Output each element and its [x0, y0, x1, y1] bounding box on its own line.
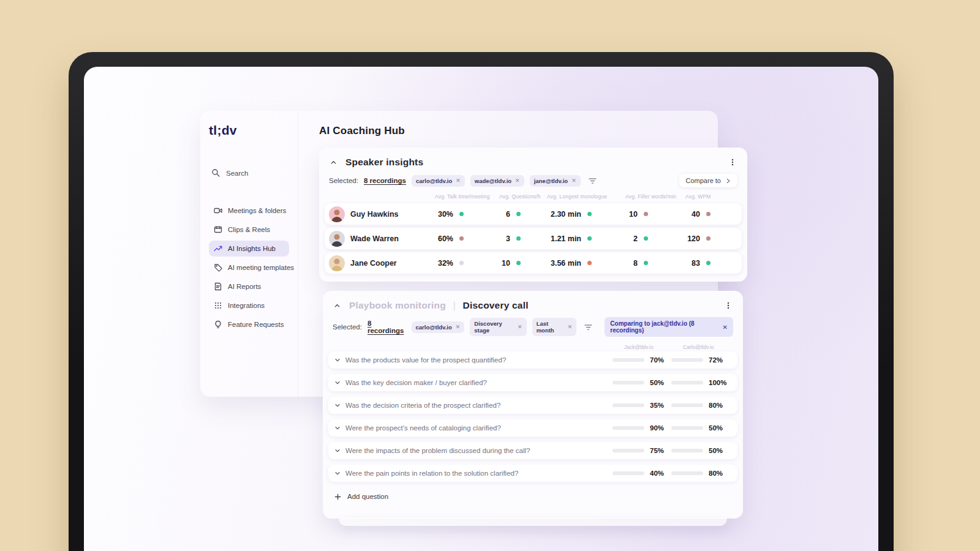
question-text: Was the key decision maker / buyer clari…: [345, 379, 612, 386]
question-row[interactable]: Was the key decision maker / buyer clari…: [328, 374, 737, 391]
filter-chip-carlo[interactable]: carlo@tldv.io ✕: [412, 175, 465, 187]
selected-recordings-link[interactable]: 8 recordings: [368, 320, 406, 334]
playbook-title: Discovery call: [463, 300, 529, 311]
close-icon[interactable]: ✕: [518, 324, 522, 330]
question-row[interactable]: Were the pain points in relation to the …: [328, 465, 737, 482]
sidebar-item-ai-insights-hub[interactable]: AI Insights Hub: [209, 241, 289, 257]
collapse-chevron-up-icon[interactable]: [329, 158, 338, 167]
metric-value: 30%: [435, 210, 453, 219]
sidebar-item-label: Meetings & folders: [228, 207, 286, 214]
bar-group: 40%: [612, 470, 671, 477]
sidebar-item-clips[interactable]: Clips & Reels: [209, 222, 289, 238]
chip-label: wade@tldv.io: [475, 178, 511, 184]
percent-value: 72%: [709, 356, 727, 364]
sidebar-item-meetings[interactable]: Meetings & folders: [209, 203, 289, 219]
clapperboard-icon: [214, 225, 222, 234]
bar-group: 35%: [612, 402, 671, 409]
sidebar-item-label: AI meeting templates: [228, 264, 294, 271]
bar-group: 80%: [671, 470, 730, 477]
progress-bar: [612, 426, 644, 430]
percent-value: 50%: [709, 424, 727, 432]
compare-to-label: Compare to: [686, 177, 721, 184]
sidebar-item-integrations[interactable]: Integrations: [209, 298, 289, 313]
metric-value: 2: [625, 234, 638, 243]
sidebar-item-ai-meeting-templates[interactable]: AI meeting templates: [209, 260, 289, 276]
status-dot: [587, 212, 592, 216]
avatar: [329, 231, 345, 247]
progress-bar: [612, 381, 644, 384]
status-dot: [516, 212, 521, 216]
comparing-chip[interactable]: Comparing to jack@tldv.io (8 recordings)…: [605, 317, 733, 337]
chevron-down-icon: [334, 402, 341, 408]
chevron-down-icon: [334, 357, 341, 363]
sidebar-item-feature-requests[interactable]: Feature Requests: [209, 317, 289, 332]
column-header: Avg. Longest monologue: [547, 193, 625, 203]
filter-chip-wade[interactable]: wade@tldv.io ✕: [470, 175, 524, 187]
percent-value: 100%: [709, 379, 727, 386]
close-icon[interactable]: ✕: [515, 178, 520, 184]
percent-value: 50%: [709, 447, 727, 454]
table-row[interactable]: Guy Hawkins 30% 6 2.30 min 10 40: [325, 203, 742, 225]
chevron-down-icon: [334, 448, 341, 454]
selected-recordings-link[interactable]: 8 recordings: [364, 177, 406, 184]
sidebar-item-label: AI Insights Hub: [228, 245, 276, 252]
compare-to-button[interactable]: Compare to: [679, 174, 737, 187]
sidebar-nav: Meetings & folders Clips & Reels AI Insi…: [209, 203, 289, 332]
question-row[interactable]: Were the impacts of the problem discusse…: [328, 442, 737, 459]
search-button[interactable]: Search: [209, 166, 289, 181]
speaker-insights-title: Speaker insights: [345, 157, 423, 168]
close-icon[interactable]: ✕: [456, 324, 461, 330]
kebab-menu-icon[interactable]: [728, 157, 737, 168]
percent-value: 80%: [709, 402, 727, 409]
add-question-label: Add question: [347, 493, 388, 500]
status-dot: [644, 236, 648, 241]
progress-bar: [612, 403, 644, 407]
add-question-button[interactable]: Add question: [328, 490, 737, 503]
percent-value: 40%: [650, 470, 668, 477]
question-row[interactable]: Was the products value for the prospect …: [328, 351, 737, 369]
playbook-header: Playbook monitoring | Discovery call: [323, 291, 743, 315]
filter-funnel-icon[interactable]: [587, 176, 598, 186]
comparison-column-labels: Jack@tldv.io Carlo@tldv.io: [323, 337, 743, 351]
question-row[interactable]: Were the prospect's needs of cataloging …: [328, 419, 737, 437]
avatar: [329, 206, 345, 222]
metric-value: 10: [499, 259, 510, 268]
question-row[interactable]: Was the decision criteria of the prospec…: [328, 397, 737, 414]
selected-label: Selected:: [329, 177, 358, 184]
filter-chip-discovery-stage[interactable]: Discovery stage ✕: [470, 318, 526, 336]
sidebar-item-ai-reports[interactable]: AI Reports: [209, 279, 289, 294]
speaker-filter-row: Selected: 8 recordings carlo@tldv.io ✕ w…: [319, 171, 747, 187]
chevron-down-icon: [334, 380, 341, 386]
metric-value: 10: [625, 210, 638, 219]
playbook-title-muted: Playbook monitoring: [349, 300, 446, 311]
status-dot: [459, 261, 464, 265]
progress-bar: [671, 426, 703, 430]
kebab-menu-icon[interactable]: [723, 300, 733, 311]
comparison-column: Carlo@tldv.io: [683, 344, 733, 350]
filter-chip-last-month[interactable]: Last month ✕: [532, 318, 577, 336]
video-camera-icon: [214, 206, 222, 215]
grid-dots-icon: [214, 301, 222, 310]
close-icon[interactable]: ✕: [568, 324, 573, 330]
table-row[interactable]: Jane Cooper 32% 10 3.56 min 8 83: [325, 252, 742, 274]
filter-chip-jane[interactable]: jane@tldv.io ✕: [530, 175, 581, 187]
progress-bar: [612, 471, 644, 475]
filter-chip-carlo[interactable]: carlo@tldv.io ✕: [412, 321, 465, 333]
close-icon[interactable]: ✕: [723, 324, 728, 331]
collapse-chevron-up-icon[interactable]: [333, 301, 342, 310]
close-icon[interactable]: ✕: [456, 178, 461, 184]
bar-group: 100%: [671, 379, 730, 386]
playbook-monitoring-card: Playbook monitoring | Discovery call Sel…: [323, 291, 743, 519]
close-icon[interactable]: ✕: [571, 178, 576, 184]
status-dot: [587, 261, 592, 265]
table-row[interactable]: Wade Warren 60% 3 1.21 min 2 120: [325, 228, 742, 249]
tag-icon: [214, 263, 222, 272]
progress-bar: [671, 449, 703, 452]
percent-value: 80%: [709, 470, 727, 477]
bar-group: 80%: [671, 402, 730, 409]
filter-funnel-icon[interactable]: [583, 323, 594, 332]
playbook-filter-row: Selected: 8 recordings carlo@tldv.io ✕ D…: [323, 315, 743, 337]
column-header: Avg. Filler words/min: [625, 193, 685, 203]
page: tl;dv Search Meetings & folders: [0, 0, 980, 551]
metric-value: 120: [685, 234, 700, 243]
